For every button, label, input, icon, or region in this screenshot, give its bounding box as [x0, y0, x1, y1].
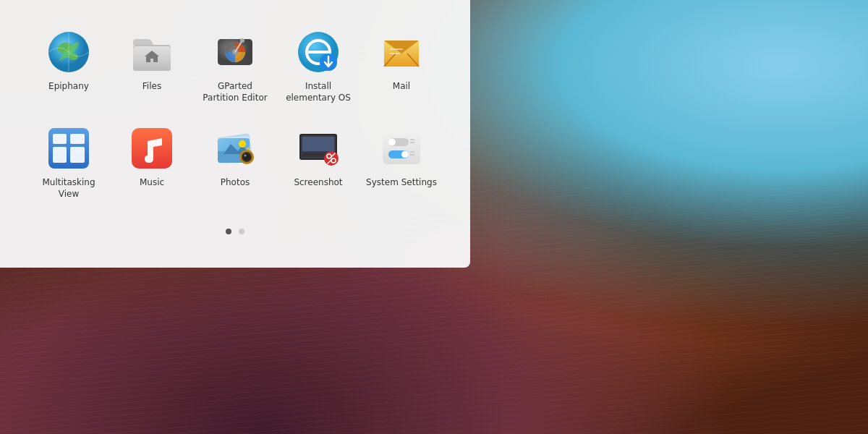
gparted-icon [212, 29, 258, 75]
system-settings-label: System Settings [366, 177, 437, 189]
gparted-label: GParted Partition Editor [199, 81, 271, 103]
app-item-files[interactable]: Files [112, 22, 192, 111]
svg-rect-26 [70, 134, 85, 144]
mail-label: Mail [393, 81, 410, 93]
svg-point-47 [324, 151, 339, 166]
svg-point-40 [243, 153, 250, 161]
svg-point-54 [388, 139, 396, 146]
screenshot-label: Screenshot [294, 177, 342, 189]
screenshot-icon [295, 125, 341, 171]
mail-icon [378, 29, 425, 75]
app-item-mail[interactable]: Mail [362, 22, 441, 111]
app-item-system-settings[interactable]: System Settings [362, 118, 441, 207]
svg-point-41 [244, 155, 247, 157]
app-item-photos[interactable]: Photos [195, 118, 275, 207]
app-item-epiphany[interactable]: Epiphany [29, 22, 109, 111]
app-item-multitasking[interactable]: Multitasking View [29, 118, 109, 207]
music-label: Music [140, 177, 164, 189]
elementary-label: Install elementary OS [282, 81, 354, 103]
music-icon [129, 125, 175, 171]
page-indicator [226, 214, 244, 245]
apps-grid: Epiphany [14, 14, 456, 214]
svg-rect-45 [302, 137, 334, 151]
system-settings-icon [378, 125, 425, 171]
page-dot-1[interactable] [226, 229, 231, 234]
app-item-gparted[interactable]: GParted Partition Editor [195, 22, 275, 111]
app-launcher-panel: Epiphany [0, 0, 470, 268]
photos-icon [212, 125, 258, 171]
app-item-music[interactable]: Music [112, 118, 192, 207]
svg-point-58 [401, 151, 409, 158]
epiphany-label: Epiphany [48, 81, 89, 93]
multitasking-label: Multitasking View [33, 177, 105, 200]
svg-point-15 [240, 38, 244, 43]
svg-rect-25 [53, 134, 67, 144]
photos-label: Photos [221, 177, 250, 189]
svg-rect-28 [70, 147, 85, 163]
svg-rect-52 [383, 132, 420, 164]
app-item-install-elementary[interactable]: Install elementary OS [278, 22, 358, 111]
files-icon [129, 29, 175, 75]
multitasking-icon [46, 125, 92, 171]
elementary-install-icon [295, 29, 341, 75]
app-item-screenshot[interactable]: Screenshot [278, 118, 358, 207]
svg-point-36 [239, 140, 246, 148]
page-dot-2[interactable] [239, 229, 244, 234]
files-label: Files [142, 81, 161, 93]
epiphany-icon [46, 29, 92, 75]
svg-rect-27 [53, 147, 67, 163]
